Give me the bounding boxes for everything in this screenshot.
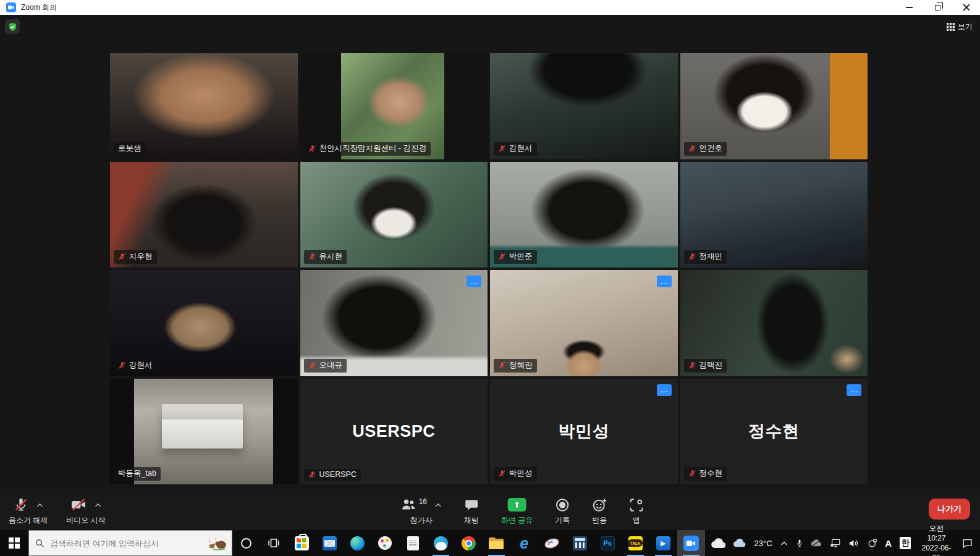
tray-microphone-icon[interactable]: [796, 538, 803, 549]
restore-button[interactable]: [923, 0, 952, 15]
participant-name-label: 김택진: [684, 359, 727, 373]
taskbar-edge-button[interactable]: [344, 530, 371, 556]
taskbar-onedrive-button[interactable]: [705, 530, 733, 556]
participant-name-label: 지우형: [114, 250, 157, 264]
meeting-area: 보기 로봇샘 천안시직장맘지원센터 - 김진경 김현서: [0, 15, 980, 530]
chevron-up-icon[interactable]: [435, 503, 442, 507]
participant-tile-2[interactable]: 천안시직장맘지원센터 - 김진경: [300, 53, 488, 159]
taskbar-snipping-button[interactable]: [538, 530, 566, 556]
restore-icon: [935, 5, 940, 11]
participant-tile-4[interactable]: 인건호: [680, 53, 868, 159]
reactions-icon: [592, 498, 607, 512]
taskbar-chrome-button[interactable]: [455, 530, 483, 556]
participant-tile-3[interactable]: 김현서: [490, 53, 678, 159]
start-button[interactable]: [0, 530, 28, 556]
taskbar-movies-button[interactable]: ▶: [649, 530, 677, 556]
zoom-app-icon: [6, 2, 16, 12]
share-screen-button[interactable]: 화면 공유: [501, 497, 533, 526]
participant-name-label: 정수현: [684, 467, 727, 481]
participant-tile-10[interactable]: … 오대규: [300, 270, 488, 376]
participant-tile-6[interactable]: 유시현: [300, 162, 488, 268]
search-doodle-bears-image: [207, 536, 228, 550]
taskbar-zoom-button[interactable]: [677, 530, 705, 556]
taskbar-task-view-button[interactable]: [260, 530, 288, 556]
taskbar-cortana-button[interactable]: [232, 530, 260, 556]
weather-temperature[interactable]: 23°C: [754, 539, 772, 548]
chevron-up-icon[interactable]: [36, 503, 43, 507]
participant-tile-14[interactable]: USERSPC USERSPC: [300, 379, 488, 485]
taskbar-notepad-button[interactable]: [399, 530, 427, 556]
start-video-label: 비디오 시작: [66, 515, 105, 526]
tray-onedrive-icon[interactable]: [811, 539, 822, 547]
apps-button[interactable]: 앱: [629, 497, 643, 526]
participant-tile-1[interactable]: 로봇샘: [110, 53, 298, 159]
search-input[interactable]: [50, 539, 201, 548]
participant-tile-13[interactable]: 박동욱_tab: [110, 379, 298, 485]
participant-tile-12[interactable]: 김택진: [680, 270, 868, 376]
muted-mic-icon: [688, 145, 696, 153]
taskbar-whale-button[interactable]: [427, 530, 455, 556]
chat-button[interactable]: 채팅: [464, 497, 479, 526]
participant-tile-16[interactable]: 정수현 … 정수현: [680, 379, 868, 485]
shield-check-icon: [8, 22, 17, 32]
taskbar-photoshop-button[interactable]: Ps: [594, 530, 622, 556]
start-video-button[interactable]: 비디오 시작: [66, 497, 105, 526]
taskbar-store-button[interactable]: [288, 530, 316, 556]
participant-tile-9[interactable]: 강현서: [110, 270, 298, 376]
unmute-button[interactable]: 음소거 해제: [9, 497, 48, 526]
security-shield-button[interactable]: [5, 19, 20, 34]
window-titlebar: Zoom 회의: [0, 0, 980, 15]
view-button[interactable]: 보기: [943, 20, 976, 34]
participant-tile-5[interactable]: 지우형: [110, 162, 298, 268]
taskbar-paint-button[interactable]: [371, 530, 399, 556]
participant-more-button[interactable]: …: [657, 384, 672, 396]
taskbar-calculator-button[interactable]: [566, 530, 594, 556]
chevron-up-icon[interactable]: [95, 503, 101, 507]
apps-label: 앱: [633, 515, 640, 526]
participant-name-label: 로봇샘: [114, 142, 146, 156]
participant-tile-7[interactable]: 박민준: [490, 162, 678, 268]
leave-meeting-button[interactable]: 나가기: [929, 499, 970, 520]
tray-chevron-up-icon[interactable]: [780, 541, 788, 546]
participants-button[interactable]: 16 참가자: [401, 497, 442, 526]
taskbar-mail-button[interactable]: [316, 530, 344, 556]
participant-tile-8[interactable]: 정재민: [680, 162, 868, 268]
participant-name-label: 천안시직장맘지원센터 - 김진경: [304, 142, 431, 156]
calculator-icon: [573, 536, 587, 550]
taskbar-ie-button[interactable]: e: [510, 530, 538, 556]
participant-more-button[interactable]: …: [657, 276, 672, 287]
reactions-button[interactable]: 반응: [592, 497, 607, 526]
participant-name-label: 유시현: [304, 250, 347, 264]
weather-cloud-icon[interactable]: [733, 538, 746, 548]
participant-tile-15[interactable]: 박민성 … 박민성: [490, 379, 678, 485]
chat-label: 채팅: [464, 515, 479, 526]
tray-network-icon[interactable]: [830, 538, 841, 548]
taskbar-explorer-button[interactable]: [483, 530, 510, 556]
action-center-icon[interactable]: [962, 538, 973, 549]
minimize-button[interactable]: [895, 0, 923, 15]
windows-logo-icon: [9, 537, 20, 549]
ime-korean-indicator[interactable]: 한: [900, 537, 911, 549]
participant-more-button[interactable]: …: [847, 384, 861, 396]
meeting-toolbar: 음소거 해제 비디오 시작: [0, 489, 980, 530]
participant-more-button[interactable]: …: [467, 276, 481, 287]
taskbar-search[interactable]: [28, 530, 232, 556]
close-button[interactable]: [952, 0, 980, 15]
tray-screen-snip-icon[interactable]: [868, 538, 877, 549]
system-tray: 23°C A 한 오전 10:27 2022: [733, 530, 980, 556]
photoshop-icon: Ps: [601, 536, 615, 550]
window-title: Zoom 회의: [21, 2, 57, 13]
kakaotalk-icon: TALK: [628, 536, 643, 550]
tray-volume-icon[interactable]: [849, 539, 859, 548]
taskbar-kakaotalk-button[interactable]: TALK: [622, 530, 649, 556]
ime-latin-indicator[interactable]: A: [885, 538, 892, 549]
participant-tile-11[interactable]: … 정혜란: [490, 270, 678, 376]
file-explorer-icon: [489, 537, 504, 549]
record-button[interactable]: 기록: [555, 497, 570, 526]
participants-label: 참가자: [410, 515, 433, 526]
snipping-tool-icon: [543, 536, 560, 550]
muted-mic-icon: [688, 253, 696, 261]
participant-name-label: 인건호: [684, 142, 727, 156]
record-label: 기록: [555, 515, 570, 526]
taskbar-clock[interactable]: 오전 10:27 2022-06-25: [919, 523, 953, 556]
